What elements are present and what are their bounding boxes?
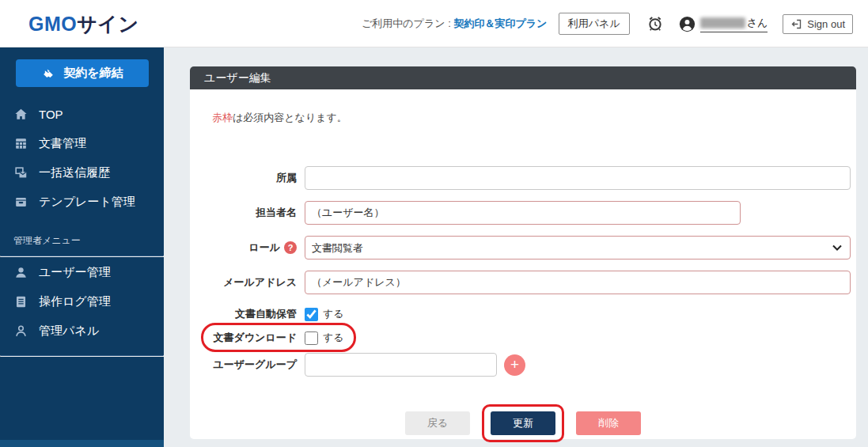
role-label: ロール ? [190,241,297,255]
log-icon [13,294,28,309]
user-name-wrap: さん [700,16,768,32]
plan-info: ご利用中のプラン : 契約印＆実印プラン [362,17,547,31]
auto-store-option-label: する [323,307,344,321]
email-row: メールアドレス [190,271,856,294]
app-window: GMOサイン ご利用中のプラン : 契約印＆実印プラン 利用パネル さん [0,0,868,447]
conclude-contract-label: 契約を締結 [63,66,123,81]
user-menu-link[interactable]: さん [679,16,768,32]
download-checkbox[interactable] [305,331,318,345]
person-name-row: 担当者名 [190,201,856,225]
sidebar-item-label: 一括送信履歴 [39,165,110,180]
app-logo[interactable]: GMOサイン [28,11,138,37]
user-group-input[interactable] [305,353,497,377]
sidebar-item-label: 操作ログ管理 [39,294,111,309]
conclude-contract-button[interactable]: 契約を締結 [16,59,149,87]
plan-separator: : [445,17,454,29]
admin-menu-section-label: 管理者メニュー [0,234,164,248]
person-name-input[interactable] [305,201,741,225]
sidebar-divider [0,256,164,257]
handshake-icon [40,66,56,81]
department-row: 所属 [190,166,856,190]
sidebar-divider [0,355,164,357]
sidebar-item-label: テンプレート管理 [39,195,135,210]
sidebar: 契約を締結 TOP 文書管理 一括送信履歴 [0,47,164,447]
user-name-suffix: さん [747,16,768,30]
sidebar-item-template-management[interactable]: テンプレート管理 [0,188,164,217]
user-edit-panel: ユーザー編集 赤枠は必須内容となります。 所属 担当者名 [190,66,856,439]
header: GMOサイン ご利用中のプラン : 契約印＆実印プラン 利用パネル さん [0,0,868,47]
logo-sign-text: サイン [77,13,138,35]
sidebar-item-top[interactable]: TOP [0,100,164,129]
alarm-clock-icon[interactable] [647,16,663,32]
header-actions: 利用パネル さん Sign out [559,0,853,47]
sign-out-icon [790,18,802,30]
template-box-icon [13,195,28,210]
role-row: ロール ? 文書閲覧者 [190,236,856,259]
add-user-group-button[interactable]: + [504,354,525,376]
required-note-highlight: 赤枠 [212,112,233,123]
main-content: ユーザー編集 赤枠は必須内容となります。 所属 担当者名 [164,47,868,447]
download-option-label: する [323,331,344,345]
plan-link[interactable]: 契約印＆実印プラン [453,17,547,29]
user-name-redacted [700,17,745,28]
user-group-label: ユーザーグループ [190,358,297,372]
page-title: ユーザー編集 [190,66,856,89]
user-avatar-icon [679,16,696,32]
sign-out-button[interactable]: Sign out [783,14,853,34]
department-input[interactable] [305,166,851,190]
user-group-row: ユーザーグループ + [190,353,856,377]
sidebar-item-user-management[interactable]: ユーザー管理 [0,258,164,287]
role-select[interactable]: 文書閲覧者 [305,236,851,259]
role-label-text: ロール [248,241,280,255]
form-actions: 戻る 更新 削除 [190,411,856,435]
sidebar-item-admin-panel[interactable]: 管理パネル [0,316,164,346]
auto-store-checkbox[interactable] [305,308,318,321]
person-name-label: 担当者名 [190,206,297,220]
auto-store-row: 文書自動保管 する [190,305,856,323]
sidebar-item-bulk-send-history[interactable]: 一括送信履歴 [0,158,164,188]
download-label: 文書ダウンロード [190,331,297,345]
required-note: 赤枠は必須内容となります。 [212,111,856,125]
admin-panel-icon [13,324,28,339]
role-help-icon[interactable]: ? [284,241,297,254]
required-note-rest: は必須内容となります。 [233,112,347,123]
bulk-send-icon [13,165,28,180]
admin-nav: ユーザー管理 操作ログ管理 管理パネル [0,258,164,346]
usage-panel-button[interactable]: 利用パネル [559,13,630,35]
sidebar-item-operation-log[interactable]: 操作ログ管理 [0,287,164,316]
sidebar-item-label: 管理パネル [39,324,99,339]
sidebar-item-label: 文書管理 [39,136,86,151]
auto-store-label: 文書自動保管 [190,307,297,321]
plan-label: ご利用中のプラン [362,17,445,29]
update-button[interactable]: 更新 [491,411,555,435]
back-button[interactable]: 戻る [405,411,470,435]
main-nav: TOP 文書管理 一括送信履歴 テンプレート管理 [0,100,164,217]
logo-gmo-text: GMO [28,13,77,35]
department-label: 所属 [190,171,297,185]
sidebar-bottom-strip [0,440,164,447]
user-icon [13,265,28,280]
email-label: メールアドレス [190,275,297,290]
download-row: 文書ダウンロード する [190,329,856,347]
email-input[interactable] [305,271,851,294]
sidebar-item-label: ユーザー管理 [39,265,111,280]
sidebar-item-label: TOP [39,108,63,121]
delete-button[interactable]: 削除 [576,411,641,435]
document-grid-icon [13,136,28,151]
home-icon [13,107,28,122]
user-edit-form: 所属 担当者名 ロール ? [190,166,856,435]
sign-out-label: Sign out [807,18,845,30]
sidebar-item-documents[interactable]: 文書管理 [0,129,164,158]
